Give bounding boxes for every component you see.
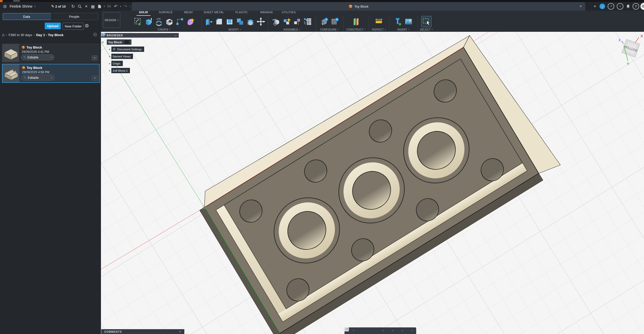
ribbon-tab-manage[interactable]: MANAGE — [259, 11, 274, 15]
group-label-insert[interactable]: INSERT — [397, 28, 407, 31]
new-tab-icon[interactable]: + — [592, 3, 598, 10]
sketch-dimension-tool[interactable] — [175, 16, 185, 27]
undo-icon[interactable]: ↶ — [112, 3, 119, 10]
insert-canvas-tool[interactable] — [404, 16, 413, 27]
revolve-tool[interactable] — [154, 16, 164, 27]
ribbon-tab-sheetmetal[interactable]: SHEET METAL — [202, 11, 226, 15]
configuration-tool[interactable] — [320, 16, 329, 27]
comments-bar[interactable]: COMMENTS + — [101, 329, 184, 334]
avatar[interactable]: OL — [640, 3, 644, 10]
add-comment-icon[interactable]: + — [179, 330, 181, 333]
group-label-select[interactable]: SELECT — [420, 28, 431, 31]
grid-display-icon[interactable] — [395, 328, 401, 333]
workspace-switcher[interactable]: DESIGN ▾ — [103, 12, 120, 28]
undo-caret-icon[interactable]: ▾ — [119, 5, 122, 8]
browser-row-root[interactable]: » Toy Block — [101, 39, 179, 45]
project-name[interactable]: Firelink Shrine — [10, 4, 32, 8]
fit-caret-icon[interactable]: ▾ — [383, 330, 385, 332]
item-menu-button[interactable]: ▾ — [92, 55, 97, 60]
apps-grid-icon[interactable]: ▦ — [89, 3, 96, 10]
zoom-icon[interactable] — [369, 328, 376, 333]
browser-row-2x8-block[interactable]: » 2x8 Block:1 — [101, 68, 179, 73]
grid-display-caret-icon[interactable]: ▾ — [402, 330, 404, 332]
group-label-configure[interactable]: CONFIGURE — [320, 28, 337, 31]
new-component-tool[interactable] — [272, 16, 281, 27]
close-icon[interactable]: × — [83, 3, 89, 10]
tab-close-icon[interactable]: × — [578, 3, 584, 9]
orbit-caret-icon[interactable]: ▾ — [353, 330, 355, 332]
configuration-table-tool[interactable] — [330, 16, 340, 27]
minimize-panel-icon[interactable]: – — [175, 34, 177, 37]
joint-tool[interactable] — [282, 16, 292, 27]
ribbon-tab-surface[interactable]: SURFACE — [157, 11, 174, 15]
fillet-tool[interactable] — [214, 16, 224, 27]
version-badge[interactable]: ✎ 2 of 10 — [51, 4, 66, 8]
measure-tool[interactable] — [374, 16, 384, 27]
expand-icon[interactable]: » — [108, 62, 111, 65]
insert-fastener-tool[interactable] — [393, 16, 403, 27]
construction-plane-tool[interactable] — [351, 16, 361, 27]
as-built-joint-tool[interactable] — [292, 16, 302, 27]
notifications-bell-icon[interactable] — [625, 3, 631, 10]
ribbon-tab-plastic[interactable]: PLASTIC — [234, 11, 249, 15]
shell-tool[interactable] — [225, 16, 234, 27]
viewport-canvas[interactable]: BOTTOM X Y Z — [101, 32, 644, 334]
job-status-icon[interactable] — [608, 3, 614, 10]
offset-face-tool[interactable] — [246, 16, 255, 27]
upload-button[interactable]: Upload — [45, 23, 61, 29]
create-sketch-tool[interactable] — [133, 16, 143, 27]
display-settings-icon[interactable] — [386, 328, 392, 333]
group-label-inspect[interactable]: INSPECT — [372, 28, 384, 31]
tab-people[interactable]: People — [50, 13, 98, 20]
viewport[interactable]: BOTTOM X Y Z ‹‹ BROWSER – » Toy — [101, 32, 644, 334]
form-tool[interactable] — [185, 16, 195, 27]
combine-tool[interactable] — [235, 16, 245, 27]
new-document-caret-icon[interactable]: ▾ — [103, 5, 106, 8]
project-switcher-caret-icon[interactable]: ▾ — [33, 5, 36, 8]
sync-icon[interactable]: ↻ — [70, 3, 76, 10]
new-folder-button[interactable]: New Folder — [63, 23, 84, 30]
breadcrumb-root[interactable]: F360 in 30 days — [9, 33, 32, 37]
move-tool[interactable] — [256, 16, 266, 27]
group-label-assemble[interactable]: ASSEMBLE — [283, 28, 298, 31]
browser-row-origin[interactable]: » Origin — [101, 61, 179, 66]
ribbon-tab-mesh[interactable]: MESH — [182, 11, 194, 15]
pan-icon[interactable] — [363, 328, 369, 333]
expand-icon[interactable]: » — [101, 40, 105, 44]
select-tool[interactable] — [421, 16, 431, 27]
item-menu-button[interactable]: ▾ — [92, 76, 98, 81]
breadcrumb-home-icon[interactable]: ⌂ — [2, 33, 5, 37]
search-icon[interactable] — [76, 3, 83, 10]
tab-data[interactable]: Data — [3, 13, 50, 20]
new-document-icon[interactable] — [96, 3, 103, 10]
viewports-icon[interactable] — [405, 328, 411, 333]
bom-table-tool[interactable] — [303, 16, 312, 27]
expand-icon[interactable]: » — [108, 55, 111, 58]
hole-tool[interactable] — [164, 16, 174, 27]
ribbon-tab-solid[interactable]: SOLID — [137, 11, 151, 16]
app-menu-icon[interactable] — [2, 3, 8, 10]
press-pull-tool[interactable] — [204, 16, 214, 27]
extrude-tool[interactable] — [144, 16, 153, 27]
browser-header[interactable]: ‹‹ BROWSER – — [101, 33, 179, 38]
browser-row-named-views[interactable]: » Named Views — [101, 54, 179, 59]
group-label-modify[interactable]: MODIFY — [229, 28, 239, 31]
help-icon[interactable]: ? — [633, 3, 639, 10]
panel-settings-gear-icon[interactable]: ⚙ — [85, 23, 89, 29]
share-upload-icon[interactable]: ↑ — [600, 4, 605, 9]
activate-component-radio[interactable] — [124, 40, 129, 44]
item-status-pill[interactable]: ✎ Editable ▾ — [21, 54, 54, 60]
item-status-pill[interactable]: ✎ Editable ▾ — [21, 75, 54, 81]
history-clock-icon[interactable] — [617, 3, 623, 10]
file-item-selected[interactable]: Toy Block 29/09/2025 4:58 PM ✎ Editable … — [2, 64, 100, 83]
file-item[interactable]: Toy Block 29/09/2025 4:41 PM ✎ Editable … — [2, 44, 99, 62]
browser-row-document-settings[interactable]: » ⚙ Document Settings — [101, 47, 179, 52]
group-label-construct[interactable]: CONSTRUCT — [346, 28, 363, 31]
group-label-create[interactable]: CREATE — [158, 28, 169, 31]
ribbon-tab-utilities[interactable]: UTILITIES — [280, 11, 297, 15]
fit-icon[interactable] — [376, 328, 382, 333]
viewports-caret-icon[interactable]: ▾ — [412, 330, 414, 332]
look-at-icon[interactable] — [356, 328, 362, 333]
display-settings-caret-icon[interactable]: ▾ — [392, 330, 394, 332]
document-tab[interactable]: Toy Block × — [132, 2, 585, 11]
